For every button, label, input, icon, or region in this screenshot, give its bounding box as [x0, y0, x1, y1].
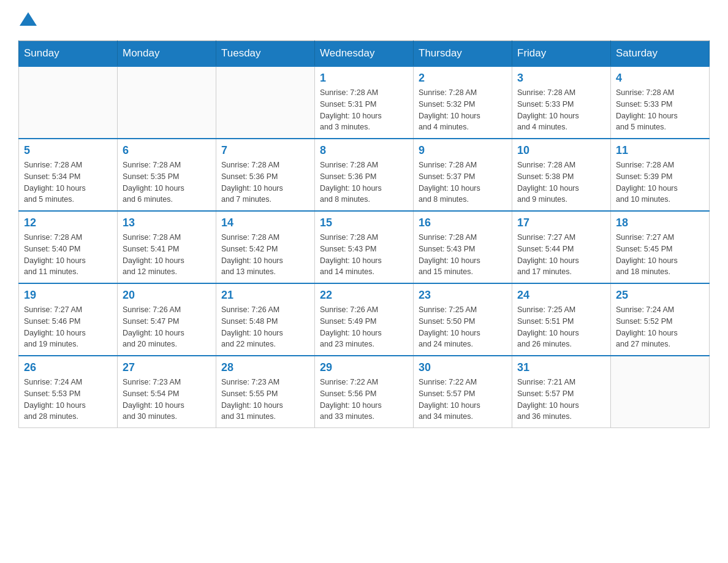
day-info: Sunrise: 7:28 AMSunset: 5:31 PMDaylight:… — [320, 87, 408, 133]
logo-line1 — [18, 12, 37, 28]
day-info: Sunrise: 7:23 AMSunset: 5:54 PMDaylight:… — [123, 377, 211, 423]
calendar-cell: 16Sunrise: 7:28 AMSunset: 5:43 PMDayligh… — [414, 211, 512, 283]
day-number: 14 — [221, 216, 309, 229]
day-number: 8 — [320, 144, 408, 157]
calendar-cell: 15Sunrise: 7:28 AMSunset: 5:43 PMDayligh… — [315, 211, 414, 283]
weekday-header-monday: Monday — [118, 41, 216, 67]
calendar-cell: 30Sunrise: 7:22 AMSunset: 5:57 PMDayligh… — [414, 356, 512, 428]
day-info: Sunrise: 7:22 AMSunset: 5:56 PMDaylight:… — [320, 377, 408, 423]
day-info: Sunrise: 7:28 AMSunset: 5:34 PMDaylight:… — [24, 159, 112, 205]
day-info: Sunrise: 7:28 AMSunset: 5:33 PMDaylight:… — [616, 87, 704, 133]
calendar-cell: 1Sunrise: 7:28 AMSunset: 5:31 PMDaylight… — [315, 66, 414, 139]
day-number: 26 — [24, 361, 112, 374]
day-number: 27 — [123, 361, 211, 374]
day-info: Sunrise: 7:22 AMSunset: 5:57 PMDaylight:… — [419, 377, 507, 423]
weekday-header-sunday: Sunday — [19, 41, 118, 67]
day-info: Sunrise: 7:27 AMSunset: 5:44 PMDaylight:… — [517, 232, 605, 278]
day-number: 1 — [320, 72, 408, 85]
calendar-cell: 12Sunrise: 7:28 AMSunset: 5:40 PMDayligh… — [19, 211, 118, 283]
day-number: 17 — [517, 216, 605, 229]
day-info: Sunrise: 7:27 AMSunset: 5:45 PMDaylight:… — [616, 232, 704, 278]
calendar-cell: 14Sunrise: 7:28 AMSunset: 5:42 PMDayligh… — [216, 211, 315, 283]
calendar-table: SundayMondayTuesdayWednesdayThursdayFrid… — [18, 40, 710, 428]
day-number: 10 — [517, 144, 605, 157]
calendar-cell: 3Sunrise: 7:28 AMSunset: 5:33 PMDaylight… — [512, 66, 611, 139]
calendar-cell: 17Sunrise: 7:27 AMSunset: 5:44 PMDayligh… — [512, 211, 611, 283]
calendar-cell: 23Sunrise: 7:25 AMSunset: 5:50 PMDayligh… — [414, 283, 512, 356]
day-info: Sunrise: 7:21 AMSunset: 5:57 PMDaylight:… — [517, 377, 605, 423]
calendar-cell: 11Sunrise: 7:28 AMSunset: 5:39 PMDayligh… — [611, 139, 710, 211]
weekday-header-friday: Friday — [512, 41, 611, 67]
day-number: 21 — [221, 289, 309, 302]
calendar-cell: 20Sunrise: 7:26 AMSunset: 5:47 PMDayligh… — [118, 283, 216, 356]
logo — [18, 12, 37, 28]
weekday-header-thursday: Thursday — [414, 41, 512, 67]
week-row-3: 19Sunrise: 7:27 AMSunset: 5:46 PMDayligh… — [19, 283, 710, 356]
logo-triangle-icon — [20, 12, 37, 26]
day-info: Sunrise: 7:28 AMSunset: 5:41 PMDaylight:… — [123, 232, 211, 278]
day-info: Sunrise: 7:25 AMSunset: 5:51 PMDaylight:… — [517, 304, 605, 350]
calendar-cell: 8Sunrise: 7:28 AMSunset: 5:36 PMDaylight… — [315, 139, 414, 211]
day-info: Sunrise: 7:28 AMSunset: 5:33 PMDaylight:… — [517, 87, 605, 133]
day-number: 16 — [419, 216, 507, 229]
day-info: Sunrise: 7:28 AMSunset: 5:32 PMDaylight:… — [419, 87, 507, 133]
day-number: 30 — [419, 361, 507, 374]
weekday-header-row: SundayMondayTuesdayWednesdayThursdayFrid… — [19, 41, 710, 67]
calendar-cell: 2Sunrise: 7:28 AMSunset: 5:32 PMDaylight… — [414, 66, 512, 139]
calendar-cell: 10Sunrise: 7:28 AMSunset: 5:38 PMDayligh… — [512, 139, 611, 211]
day-number: 25 — [616, 289, 704, 302]
calendar-cell — [611, 356, 710, 428]
calendar-cell: 7Sunrise: 7:28 AMSunset: 5:36 PMDaylight… — [216, 139, 315, 211]
day-info: Sunrise: 7:26 AMSunset: 5:48 PMDaylight:… — [221, 304, 309, 350]
day-number: 19 — [24, 289, 112, 302]
day-info: Sunrise: 7:28 AMSunset: 5:40 PMDaylight:… — [24, 232, 112, 278]
week-row-2: 12Sunrise: 7:28 AMSunset: 5:40 PMDayligh… — [19, 211, 710, 283]
day-number: 28 — [221, 361, 309, 374]
day-number: 31 — [517, 361, 605, 374]
day-info: Sunrise: 7:28 AMSunset: 5:42 PMDaylight:… — [221, 232, 309, 278]
calendar-cell: 18Sunrise: 7:27 AMSunset: 5:45 PMDayligh… — [611, 211, 710, 283]
day-number: 15 — [320, 216, 408, 229]
day-number: 7 — [221, 144, 309, 157]
day-info: Sunrise: 7:24 AMSunset: 5:52 PMDaylight:… — [616, 304, 704, 350]
calendar-cell: 22Sunrise: 7:26 AMSunset: 5:49 PMDayligh… — [315, 283, 414, 356]
day-number: 22 — [320, 289, 408, 302]
day-info: Sunrise: 7:28 AMSunset: 5:43 PMDaylight:… — [320, 232, 408, 278]
day-number: 11 — [616, 144, 704, 157]
calendar-cell — [19, 66, 118, 139]
page-header — [18, 12, 710, 28]
day-info: Sunrise: 7:24 AMSunset: 5:53 PMDaylight:… — [24, 377, 112, 423]
calendar-cell: 5Sunrise: 7:28 AMSunset: 5:34 PMDaylight… — [19, 139, 118, 211]
day-info: Sunrise: 7:23 AMSunset: 5:55 PMDaylight:… — [221, 377, 309, 423]
day-info: Sunrise: 7:28 AMSunset: 5:36 PMDaylight:… — [221, 159, 309, 205]
day-number: 20 — [123, 289, 211, 302]
day-number: 3 — [517, 72, 605, 85]
day-info: Sunrise: 7:28 AMSunset: 5:36 PMDaylight:… — [320, 159, 408, 205]
day-number: 5 — [24, 144, 112, 157]
weekday-header-wednesday: Wednesday — [315, 41, 414, 67]
day-number: 13 — [123, 216, 211, 229]
calendar-cell: 28Sunrise: 7:23 AMSunset: 5:55 PMDayligh… — [216, 356, 315, 428]
calendar-cell: 4Sunrise: 7:28 AMSunset: 5:33 PMDaylight… — [611, 66, 710, 139]
day-number: 29 — [320, 361, 408, 374]
week-row-4: 26Sunrise: 7:24 AMSunset: 5:53 PMDayligh… — [19, 356, 710, 428]
day-number: 2 — [419, 72, 507, 85]
calendar-cell: 31Sunrise: 7:21 AMSunset: 5:57 PMDayligh… — [512, 356, 611, 428]
calendar-cell — [216, 66, 315, 139]
calendar-cell: 19Sunrise: 7:27 AMSunset: 5:46 PMDayligh… — [19, 283, 118, 356]
day-number: 18 — [616, 216, 704, 229]
day-info: Sunrise: 7:25 AMSunset: 5:50 PMDaylight:… — [419, 304, 507, 350]
day-number: 9 — [419, 144, 507, 157]
day-number: 4 — [616, 72, 704, 85]
calendar-cell: 24Sunrise: 7:25 AMSunset: 5:51 PMDayligh… — [512, 283, 611, 356]
calendar-cell — [118, 66, 216, 139]
day-number: 6 — [123, 144, 211, 157]
calendar-cell: 9Sunrise: 7:28 AMSunset: 5:37 PMDaylight… — [414, 139, 512, 211]
day-info: Sunrise: 7:26 AMSunset: 5:47 PMDaylight:… — [123, 304, 211, 350]
day-info: Sunrise: 7:28 AMSunset: 5:43 PMDaylight:… — [419, 232, 507, 278]
calendar-cell: 13Sunrise: 7:28 AMSunset: 5:41 PMDayligh… — [118, 211, 216, 283]
weekday-header-tuesday: Tuesday — [216, 41, 315, 67]
calendar-cell: 27Sunrise: 7:23 AMSunset: 5:54 PMDayligh… — [118, 356, 216, 428]
calendar-cell: 29Sunrise: 7:22 AMSunset: 5:56 PMDayligh… — [315, 356, 414, 428]
day-number: 23 — [419, 289, 507, 302]
